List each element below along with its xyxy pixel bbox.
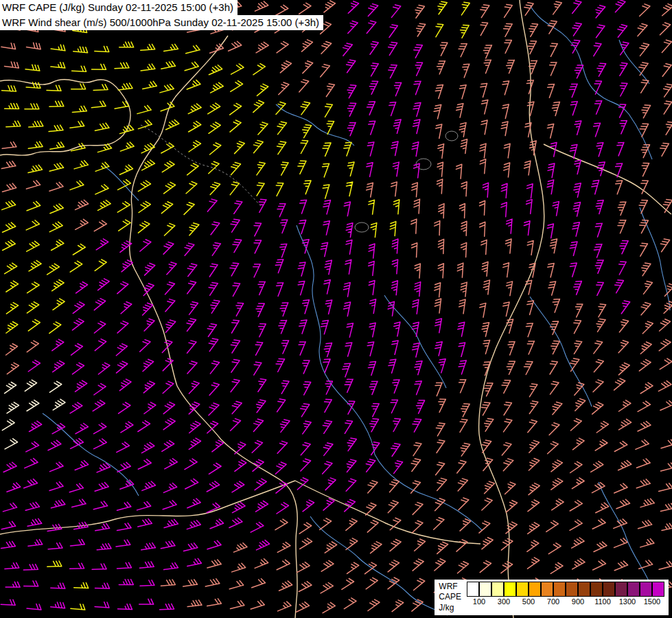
legend-tick-label: 900 [566,597,590,606]
legend-tick-row: 100300500700900110013001500 [467,597,664,606]
legend-tick-label: 500 [516,597,541,606]
map-titles: WRF CAPE (J/kg) Sunday 02-11-2025 15:00 … [0,0,323,30]
legend-tick-label: 700 [541,597,566,606]
legend-model-label: WRF [439,582,461,593]
map-title-cape: WRF CAPE (J/kg) Sunday 02-11-2025 15:00 … [0,0,237,15]
legend-swatch [615,582,627,597]
map-canvas [0,0,672,618]
legend-swatch [553,582,566,597]
legend-swatch [504,582,516,597]
legend-tick-label: 100 [467,597,491,606]
legend-scale: 100300500700900110013001500 [467,582,664,606]
legend-tick-label: 300 [491,597,516,606]
legend-swatch [516,582,529,597]
legend-tick-label: 1500 [640,597,664,606]
legend-swatch [640,582,652,597]
legend-swatch [590,582,603,597]
legend-tick-label: 1300 [615,597,640,606]
legend-labels: WRF CAPE J/kg [439,582,461,614]
legend-panel: WRF CAPE J/kg 10030050070090011001300150… [435,580,669,615]
legend-swatch [541,582,553,597]
legend-tick-label: 1100 [590,597,615,606]
legend-swatch [479,582,491,597]
legend-swatch [529,582,541,597]
legend-swatch [652,582,664,597]
map-title-cape-text: WRF CAPE (J/kg) Sunday 02-11-2025 15:00 … [2,1,233,13]
weather-map: WRF CAPE (J/kg) Sunday 02-11-2025 15:00 … [0,0,672,618]
legend-swatch [467,582,479,597]
legend-param-label: CAPE [439,592,461,603]
map-background [0,0,672,618]
legend-colorbar [467,582,664,597]
legend-swatch [627,582,640,597]
legend-unit-label: J/kg [439,603,461,614]
map-title-windshear-text: WRF Wind shear (m/s) 500/1000hPa Sunday … [2,16,319,28]
legend-swatch [566,582,578,597]
legend-swatch [578,582,590,597]
map-title-windshear: WRF Wind shear (m/s) 500/1000hPa Sunday … [0,15,323,30]
legend-swatch [491,582,504,597]
legend-swatch [603,582,615,597]
